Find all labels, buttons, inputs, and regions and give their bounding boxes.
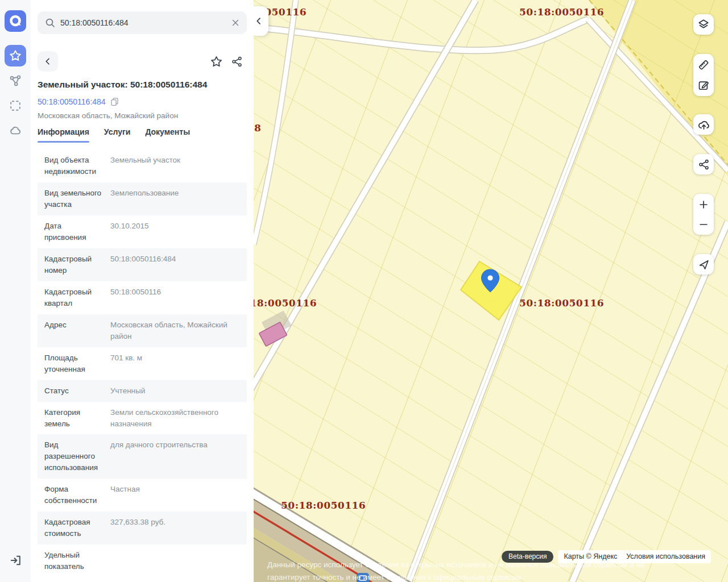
table-row: Вид земельного участкаЗемлепользование — [38, 182, 247, 215]
field-value: Московская область, Можайский район — [110, 319, 240, 342]
sidebar-item-objects[interactable] — [5, 70, 26, 92]
measure-button[interactable] — [693, 55, 714, 75]
logo-icon — [5, 10, 26, 32]
measure-edit-group — [693, 54, 714, 96]
page-title: Земельный участок: 50:18:0050116:484 — [38, 80, 247, 90]
table-row: Кадастровая стоимость327,633.38 руб. — [38, 512, 247, 544]
table-row: Дата присвоения30.10.2015 — [38, 215, 247, 248]
table-row: СтатусУчтенный — [38, 380, 247, 402]
layers-button[interactable] — [693, 14, 714, 35]
table-row: Площадь уточненная701 кв. м — [38, 347, 247, 380]
tab-Информация[interactable]: Информация — [38, 127, 89, 143]
favorite-toggle-button[interactable] — [206, 51, 226, 72]
copy-icon[interactable] — [110, 97, 119, 106]
tab-bar: ИнформацияУслугиДокументы — [38, 127, 190, 143]
table-row: Вид разрешенного использованиядля дачног… — [38, 434, 247, 479]
field-value: Земельный участок — [110, 155, 240, 177]
watermark-line2: гарантирует точность и не имеет отношени… — [267, 573, 521, 581]
terms-of-use-link[interactable]: Условия использования — [626, 552, 705, 560]
object-address-subtitle: Московская область, Можайский район — [38, 111, 178, 120]
field-label: Категория земель — [44, 407, 110, 430]
cloud-icon — [9, 124, 22, 138]
sidebar-rail — [0, 0, 31, 582]
field-label: Вид разрешенного использования — [44, 439, 110, 473]
edit-icon — [697, 79, 710, 92]
search-bar — [38, 11, 247, 34]
search-input[interactable] — [60, 18, 226, 27]
cadastral-quarter-label: 50:18:0050116 — [281, 500, 366, 511]
field-value: Земли сельскохозяйственного назначения — [110, 407, 240, 430]
share-icon — [698, 159, 710, 171]
table-row: АдресМосковская область, Можайский район — [38, 314, 247, 347]
field-label: Кадастровая стоимость — [44, 517, 110, 539]
login-icon — [9, 554, 22, 567]
table-row: Кадастровый номер50:18:0050116:484 — [38, 248, 247, 281]
clear-search-icon[interactable] — [231, 18, 240, 27]
field-value — [110, 550, 240, 572]
star-icon — [9, 49, 22, 63]
plus-icon — [698, 199, 709, 210]
field-value: Частная — [110, 484, 240, 506]
zoom-in-button[interactable] — [693, 194, 714, 214]
share-icon — [231, 56, 243, 68]
tab-Услуги[interactable]: Услуги — [104, 127, 131, 143]
table-row: Категория земельЗемли сельскохозяйственн… — [38, 402, 247, 435]
share-object-button[interactable] — [226, 51, 247, 72]
back-button[interactable] — [38, 51, 58, 72]
locate-button[interactable] — [693, 254, 714, 275]
table-row: Вид объекта недвижимостиЗемельный участо… — [38, 149, 247, 182]
panel-header — [38, 51, 247, 72]
app-logo[interactable] — [5, 10, 26, 32]
map-base-layer — [254, 0, 728, 582]
map-canvas[interactable]: 50:18:005011650:18:0050116850:18:0050116… — [254, 0, 728, 582]
field-value: 701 кв. м — [110, 352, 240, 375]
field-value: Учтенный — [110, 385, 240, 397]
field-label: Статус — [44, 385, 110, 397]
cadastral-quarter-label: 50:18:0050116 — [254, 297, 317, 309]
field-label: Форма собственности — [44, 484, 110, 506]
draw-button[interactable] — [693, 75, 714, 95]
search-icon — [44, 17, 56, 28]
zoom-out-button[interactable] — [693, 214, 714, 234]
cadastral-number-text: 50:18:0050116:484 — [38, 97, 106, 106]
chevron-left-icon — [43, 57, 52, 66]
star-icon — [210, 55, 223, 68]
sidebar-item-select-area[interactable] — [5, 95, 26, 117]
cadastral-quarter-label: 8 — [254, 122, 261, 134]
field-label: Дата присвоения — [44, 221, 110, 243]
field-label: Адрес — [44, 319, 110, 342]
field-value: 50:18:0050116:484 — [110, 253, 240, 276]
beta-badge: Beta-версия — [502, 551, 553, 563]
field-value: для дачного строительства — [110, 439, 240, 473]
map-copyright: Карты © Яндекс — [564, 552, 617, 560]
info-panel: Земельный участок: 50:18:0050116:484 50:… — [31, 0, 254, 582]
field-label: Кадастровый квартал — [44, 286, 110, 309]
field-label: Вид земельного участка — [44, 188, 110, 210]
sidebar-item-cloud[interactable] — [5, 120, 26, 142]
sidebar-item-login[interactable] — [5, 550, 26, 571]
zoom-group — [693, 194, 714, 235]
table-row: Удельный показатель — [38, 544, 247, 577]
field-value: Землепользование — [110, 188, 240, 210]
info-table: Вид объекта недвижимостиЗемельный участо… — [38, 149, 247, 577]
table-row: Форма собственностиЧастная — [38, 479, 247, 512]
upload-button[interactable] — [693, 114, 714, 135]
cadastral-quarter-label: 50:18:0050116 — [519, 297, 604, 309]
cloud-upload-icon — [697, 118, 710, 131]
cadastral-quarter-label: 50:18:0050116 — [519, 6, 604, 18]
field-label: Площадь уточненная — [44, 352, 110, 375]
dashed-square-icon — [9, 99, 22, 113]
field-value: 50:18:0050116 — [110, 286, 240, 309]
minus-icon — [698, 219, 709, 230]
sidebar-item-favorites[interactable] — [5, 45, 26, 66]
layers-icon — [697, 18, 710, 31]
chevron-left-icon — [254, 16, 263, 26]
map-share-button[interactable] — [693, 154, 714, 174]
field-label: Удельный показатель — [44, 550, 110, 572]
graph-nodes-icon — [9, 74, 22, 88]
map-attribution: Beta-версия Карты © Яндекс Условия испол… — [502, 550, 711, 563]
tab-Документы[interactable]: Документы — [145, 127, 190, 143]
cadastral-number-link[interactable]: 50:18:0050116:484 — [38, 97, 119, 106]
ruler-icon — [697, 59, 710, 71]
field-value: 30.10.2015 — [110, 221, 240, 243]
